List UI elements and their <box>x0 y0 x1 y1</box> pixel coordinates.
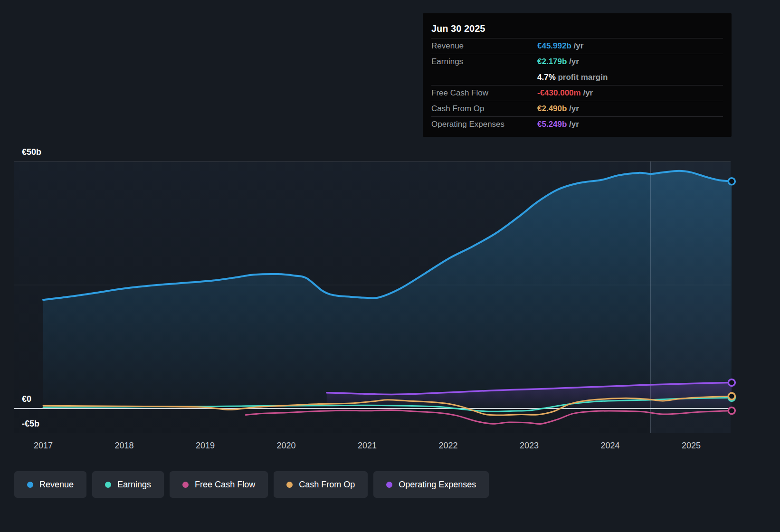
legend-label: Operating Expenses <box>399 480 476 490</box>
tooltip-row-label: Revenue <box>431 41 537 51</box>
tooltip-date: Jun 30 2025 <box>431 19 723 38</box>
tooltip-row-value: 4.7% profit margin <box>537 73 608 82</box>
tooltip-row-label: Cash From Op <box>431 104 537 114</box>
data-tooltip: Jun 30 2025 Revenue €45.992b /yr Earning… <box>423 13 732 137</box>
x-axis-tick-label: 2024 <box>588 441 633 451</box>
tooltip-row: Cash From Op €2.490b /yr <box>431 101 723 116</box>
tooltip-row: Operating Expenses €5.249b /yr <box>431 116 723 132</box>
legend-item[interactable]: Revenue <box>14 471 86 498</box>
y-axis-tick-label: -€5b <box>22 419 39 429</box>
x-axis-tick-label: 2017 <box>20 441 66 451</box>
tooltip-row-label: Operating Expenses <box>431 120 537 129</box>
x-axis-tick-label: 2022 <box>426 441 471 451</box>
legend-label: Free Cash Flow <box>195 480 255 490</box>
legend-item[interactable]: Operating Expenses <box>373 471 489 498</box>
legend-dot-icon <box>182 482 189 488</box>
legend-label: Earnings <box>117 480 151 490</box>
tooltip-row-value: €2.179b /yr <box>537 57 579 66</box>
x-axis-tick-label: 2023 <box>506 441 552 451</box>
tooltip-row: Revenue €45.992b /yr <box>431 38 723 54</box>
tooltip-row-value: €5.249b /yr <box>537 120 579 129</box>
legend-label: Revenue <box>39 480 74 490</box>
legend-item[interactable]: Earnings <box>92 471 164 498</box>
y-axis-tick-label: €50b <box>22 147 41 157</box>
y-axis-tick-label: €0 <box>22 394 31 404</box>
legend-dot-icon <box>27 482 33 488</box>
tooltip-row-value: €2.490b /yr <box>537 104 579 114</box>
tooltip-row: 4.7% profit margin <box>431 69 723 85</box>
legend-item[interactable]: Cash From Op <box>274 471 368 498</box>
legend-item[interactable]: Free Cash Flow <box>170 471 268 498</box>
tooltip-row-label: Free Cash Flow <box>431 88 537 98</box>
legend: Revenue Earnings Free Cash Flow Cash Fro… <box>14 471 489 498</box>
tooltip-rows: Revenue €45.992b /yr Earnings €2.179b /y… <box>431 38 723 132</box>
x-axis-tick-label: 2020 <box>264 441 309 451</box>
financial-chart-page: €50b €0 -€5b 2017 2018 2019 2020 2021 20… <box>0 0 780 532</box>
x-axis-tick-label: 2021 <box>344 441 390 451</box>
x-axis-tick-label: 2018 <box>102 441 147 451</box>
x-axis-tick-label: 2025 <box>668 441 714 451</box>
legend-label: Cash From Op <box>299 480 355 490</box>
x-axis-tick-label: 2019 <box>182 441 228 451</box>
tooltip-row-value: €45.992b /yr <box>537 41 583 51</box>
legend-dot-icon <box>105 482 111 488</box>
tooltip-row-value: -€430.000m /yr <box>537 88 593 98</box>
tooltip-row: Earnings €2.179b /yr <box>431 54 723 69</box>
tooltip-row: Free Cash Flow -€430.000m /yr <box>431 85 723 101</box>
tooltip-row-label: Earnings <box>431 57 537 66</box>
legend-dot-icon <box>286 482 293 488</box>
legend-dot-icon <box>386 482 392 488</box>
